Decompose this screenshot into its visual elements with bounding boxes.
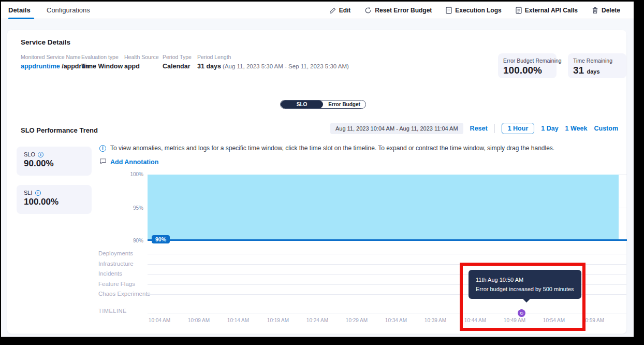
delete-button[interactable]: Delete [592, 7, 620, 14]
x-tick: 10:29 AM [339, 318, 375, 323]
lane-line [148, 264, 626, 265]
slo-metric-card: SLOi 90.00% [17, 147, 92, 176]
error-budget-remaining-card: Error Budget Remaining 100.00% [498, 53, 557, 78]
document-icon [516, 7, 522, 14]
slo-objective-badge: 90% [152, 235, 170, 243]
trend-controls: Aug 11, 2023 10:04 AM - Aug 11, 2023 11:… [330, 123, 618, 134]
event-tooltip-time: 11th Aug 10:50 AM [476, 275, 574, 284]
lane-deployments: Deployments [98, 250, 133, 256]
annotation-bubble-icon [99, 157, 107, 167]
range-custom[interactable]: Custom [594, 125, 618, 132]
edit-button[interactable]: Edit [329, 7, 351, 14]
date-range-chip[interactable]: Aug 11, 2023 10:04 AM - Aug 11, 2023 11:… [330, 123, 463, 134]
external-api-calls-button[interactable]: External API Calls [516, 7, 578, 14]
app-window: Details Configurations Edit Reset Error … [0, 0, 644, 345]
x-tick: 10:59 AM [575, 318, 611, 323]
lane-feature-flags: Feature Flags [98, 281, 135, 287]
y-tick-100: 100% [123, 171, 143, 177]
x-tick: 10:34 AM [378, 318, 414, 323]
sli-area-series[interactable] [148, 175, 619, 240]
trash-icon [592, 7, 598, 14]
toggle-option-slo[interactable]: SLO [281, 100, 323, 108]
service-details-title: Service Details [21, 38, 70, 46]
slo-errorbudget-toggle: SLO Error Budget [280, 100, 366, 109]
range-1-hour[interactable]: 1 Hour [502, 123, 535, 134]
divider [494, 124, 495, 133]
field-health-source: Health Source appd [124, 54, 159, 70]
slo-details-card: Service Details Monitored Service Name a… [7, 30, 626, 334]
field-evaluation-type: Evaluation type Time Window [81, 54, 123, 70]
lane-chaos-experiments: Chaos Experiments [98, 291, 150, 297]
event-tooltip: 11th Aug 10:50 AM Error budget increased… [469, 270, 581, 299]
tab-details[interactable]: Details [8, 6, 31, 14]
x-tick: 10:24 AM [299, 318, 335, 323]
x-tick: 10:04 AM [141, 318, 178, 323]
lane-incidents: Incidents [98, 270, 122, 277]
y-tick-95: 95% [123, 205, 143, 211]
info-icon[interactable]: i [35, 190, 41, 196]
header-actions: Edit Reset Error Budget Execution Logs E… [329, 2, 620, 19]
add-annotation-button[interactable]: Add Annotation [99, 157, 158, 167]
reset-error-budget-button[interactable]: Reset Error Budget [364, 7, 432, 14]
x-tick: 10:49 AM [496, 318, 533, 323]
trend-title: SLO Performance Trend [21, 126, 98, 134]
reset-link[interactable]: Reset [470, 125, 488, 132]
x-tick: 10:54 AM [536, 318, 572, 323]
monitored-service-link[interactable]: appdruntime [21, 63, 60, 70]
time-remaining-card: Time Remaining 31 days [568, 53, 626, 78]
field-monitored-service-name: Monitored Service Name appdruntime /appd… [21, 54, 90, 70]
range-1-week[interactable]: 1 Week [565, 125, 588, 132]
x-tick: 10:44 AM [457, 318, 493, 323]
field-period-type: Period Type Calendar [163, 54, 192, 70]
reset-icon [364, 7, 372, 14]
x-tick: 10:39 AM [417, 318, 453, 323]
lane-line [148, 254, 626, 254]
timeline-info: i To view anomalies, metrics and logs fo… [99, 145, 554, 152]
toggle-option-error-budget[interactable]: Error Budget [323, 100, 365, 108]
info-icon[interactable]: i [38, 152, 43, 157]
field-period-length: Period Length 31 days (Aug 11, 2023 5:30… [197, 54, 349, 70]
y-tick-90: 90% [123, 238, 143, 243]
event-tooltip-message: Error budget increased by 500 minutes [476, 284, 574, 294]
timeline-label: TIMELINE [98, 308, 127, 314]
x-tick: 10:19 AM [260, 318, 296, 323]
x-tick: 10:09 AM [181, 318, 217, 323]
info-icon: i [99, 145, 106, 152]
slo-objective-line [148, 239, 627, 241]
error-budget-reset-marker-icon[interactable]: ↻ [518, 309, 525, 317]
gridline [619, 208, 627, 208]
execution-logs-button[interactable]: Execution Logs [446, 7, 501, 14]
edit-icon [329, 7, 336, 14]
range-1-day[interactable]: 1 Day [541, 125, 558, 132]
timeline-line[interactable] [148, 313, 626, 313]
x-tick: 10:14 AM [220, 318, 256, 323]
sli-metric-card: SLIi 100.00% [17, 185, 92, 214]
lane-infrastructure: Infrastructure [98, 261, 134, 267]
gridline [619, 175, 627, 175]
top-tab-bar: Details Configurations Edit Reset Error … [1, 2, 634, 19]
tab-configurations[interactable]: Configurations [47, 6, 90, 14]
document-icon [446, 7, 452, 14]
